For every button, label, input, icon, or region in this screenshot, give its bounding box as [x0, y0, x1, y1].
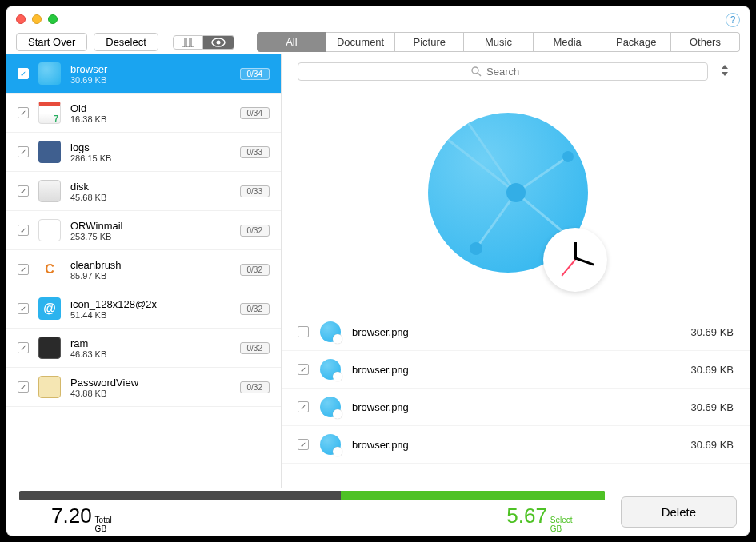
pwd-icon: [38, 376, 61, 398]
file-row[interactable]: ✓browser.png30.69 KB: [282, 351, 750, 389]
sidebar-item-name: Old: [70, 102, 230, 114]
deselect-button[interactable]: Deselect: [94, 33, 158, 51]
svg-point-16: [562, 151, 574, 162]
sidebar-item-labels: icon_128x128@2x51.44 KB: [70, 298, 230, 320]
sidebar-item[interactable]: ✓disk45.68 KB0/33: [6, 172, 281, 211]
search-input[interactable]: [486, 66, 534, 78]
delete-button[interactable]: Delete: [621, 496, 737, 528]
checkbox[interactable]: ✓: [18, 342, 29, 353]
tab-picture[interactable]: Picture: [395, 32, 464, 52]
total-storage-stat: 7.20 TotalGB: [51, 504, 112, 533]
file-row[interactable]: ✓browser.png30.69 KB: [282, 426, 750, 464]
preview-image: [428, 113, 604, 289]
file-size: 30.69 KB: [691, 401, 734, 413]
sidebar-item[interactable]: ✓@icon_128x128@2x51.44 KB0/32: [6, 289, 281, 329]
eye-icon: [211, 38, 226, 47]
svg-line-13: [464, 117, 516, 193]
checkbox[interactable]: ✓: [18, 185, 29, 197]
checkbox[interactable]: ✓: [298, 364, 309, 375]
checkbox[interactable]: ✓: [18, 303, 29, 314]
checkbox[interactable]: ✓: [18, 381, 29, 393]
count-badge: 0/33: [240, 146, 270, 158]
sidebar-item-labels: PasswordView43.88 KB: [70, 377, 230, 398]
cal-icon: [38, 102, 61, 124]
checkbox[interactable]: ✓: [18, 264, 29, 275]
sidebar-item-labels: cleanbrush85.97 KB: [70, 259, 230, 281]
svg-point-4: [216, 40, 220, 44]
selected-value: 5.67: [506, 504, 547, 528]
sidebar-item-name: ram: [70, 337, 230, 349]
search-box[interactable]: [298, 62, 708, 81]
sidebar-item-name: ORWinmail: [70, 220, 230, 232]
disk-icon: [38, 180, 61, 202]
file-size: 30.69 KB: [691, 439, 734, 451]
checkbox[interactable]: ✓: [298, 401, 309, 412]
preview-view-button[interactable]: [203, 35, 234, 50]
sort-button[interactable]: [716, 65, 734, 78]
svg-line-11: [476, 193, 516, 249]
checkbox[interactable]: ✓: [18, 146, 29, 157]
file-row[interactable]: browser.png30.69 KB: [282, 313, 750, 351]
brush-icon: C: [38, 258, 61, 281]
file-name: browser.png: [352, 364, 680, 376]
app-window: ? Start Over Deselect AllDocumentPicture…: [6, 6, 750, 536]
toolbar: Start Over Deselect AllDocumentPictureMu…: [6, 19, 750, 54]
start-over-button[interactable]: Start Over: [16, 33, 87, 51]
at-icon: @: [38, 297, 61, 320]
checkbox[interactable]: ✓: [298, 439, 309, 450]
footer: 7.20 TotalGB 5.67 SelectGB Delete: [6, 488, 750, 536]
svg-point-17: [439, 132, 449, 141]
svg-rect-1: [186, 38, 190, 47]
minimize-window-button[interactable]: [32, 14, 42, 24]
sidebar-item-labels: browser30.69 KB: [70, 63, 230, 85]
sidebar-item[interactable]: ✓logs286.15 KB0/33: [6, 133, 281, 172]
sidebar-item[interactable]: ✓PasswordView43.88 KB0/32: [6, 368, 281, 407]
view-toggle: [173, 35, 234, 50]
sidebar-item-name: icon_128x128@2x: [70, 298, 230, 310]
tab-all[interactable]: All: [257, 32, 326, 52]
checkbox[interactable]: ✓: [18, 68, 29, 79]
sidebar-list[interactable]: ✓browser30.69 KB0/34✓Old16.38 KB0/34✓log…: [6, 54, 282, 488]
svg-marker-7: [722, 65, 728, 69]
window-controls: [16, 14, 58, 24]
file-name: browser.png: [352, 326, 680, 338]
svg-point-14: [506, 183, 526, 202]
count-badge: 0/34: [240, 107, 270, 119]
checkbox[interactable]: ✓: [18, 225, 29, 236]
tab-others[interactable]: Others: [671, 32, 740, 52]
sidebar-item[interactable]: ✓ram46.83 KB0/32: [6, 329, 281, 368]
tab-music[interactable]: Music: [464, 32, 533, 52]
list-view-button[interactable]: [173, 35, 203, 50]
sidebar-item[interactable]: ✓browser30.69 KB0/34: [6, 54, 281, 94]
file-name: browser.png: [352, 401, 680, 413]
content-area: ✓browser30.69 KB0/34✓Old16.38 KB0/34✓log…: [6, 54, 750, 488]
tab-document[interactable]: Document: [326, 32, 395, 52]
main-panel: browser.png30.69 KB✓browser.png30.69 KB✓…: [282, 54, 750, 488]
globe-icon: [320, 321, 341, 342]
count-badge: 0/33: [240, 185, 270, 197]
sidebar-item[interactable]: ✓ORWinmail253.75 KB0/32: [6, 211, 281, 250]
sidebar-item[interactable]: ✓Old16.38 KB0/34: [6, 94, 281, 133]
sidebar-item-size: 85.97 KB: [70, 271, 230, 281]
zoom-window-button[interactable]: [48, 14, 58, 24]
total-unit: TotalGB: [95, 516, 112, 533]
storage-progress-bar: [19, 491, 605, 500]
selected-storage-stat: 5.67 SelectGB: [506, 504, 572, 533]
sidebar-item-size: 46.83 KB: [70, 349, 230, 359]
help-icon[interactable]: ?: [726, 13, 740, 27]
checkbox[interactable]: [298, 326, 309, 337]
tab-media[interactable]: Media: [534, 32, 602, 52]
svg-marker-8: [722, 72, 728, 76]
sidebar-item[interactable]: ✓Ccleanbrush85.97 KB0/32: [6, 250, 281, 289]
file-row[interactable]: ✓browser.png30.69 KB: [282, 389, 750, 426]
file-list[interactable]: browser.png30.69 KB✓browser.png30.69 KB✓…: [282, 313, 750, 488]
tab-package[interactable]: Package: [602, 32, 671, 52]
selected-unit: SelectGB: [550, 516, 573, 533]
sidebar-item-name: browser: [70, 63, 230, 75]
close-window-button[interactable]: [16, 14, 26, 24]
clock-icon: [543, 228, 607, 292]
sidebar-item-name: PasswordView: [70, 377, 230, 389]
sort-arrows-icon: [721, 65, 729, 76]
checkbox[interactable]: ✓: [18, 107, 29, 118]
sidebar-item-labels: Old16.38 KB: [70, 102, 230, 124]
